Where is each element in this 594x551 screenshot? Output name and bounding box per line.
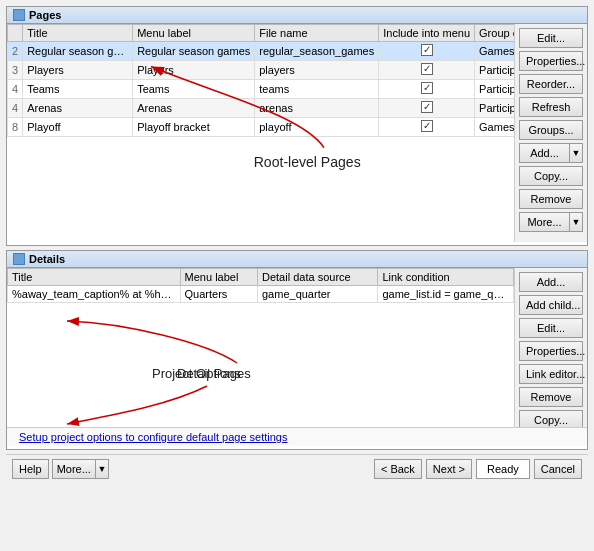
row-menu-label: Regular season games [133,42,255,61]
row-num: 3 [8,61,23,80]
details-button-panel: Add... Add child... Edit... Properties..… [515,268,587,427]
row-num: 8 [8,118,23,137]
row-title: Players [23,61,133,80]
details-icon [13,253,25,265]
bottom-more-arrow-button[interactable]: ▼ [95,459,109,479]
table-row[interactable]: 4 Teams Teams teams Participants [8,80,516,99]
row-include [379,61,475,80]
pages-more-split-button: More... ▼ [519,212,583,232]
details-bottom-bar: Setup project options to configure defau… [7,427,587,446]
col-menu-label: Menu label [133,25,255,42]
details-edit-button[interactable]: Edit... [519,318,583,338]
more-split-button: More... ▼ [52,459,109,479]
details-add-button[interactable]: Add... [519,272,583,292]
col-file-name: File name [255,25,379,42]
cancel-button[interactable]: Cancel [534,459,582,479]
detail-col-menu: Menu label [180,269,257,286]
help-button[interactable]: Help [12,459,49,479]
back-button[interactable]: < Back [374,459,422,479]
detail-col-source: Detail data source [258,269,378,286]
table-row[interactable]: 8 Playoff Playoff bracket playoff Games [8,118,516,137]
pages-copy-button[interactable]: Copy... [519,166,583,186]
row-menu-label: Arenas [133,99,255,118]
detail-row-menu: Quarters [180,286,257,303]
pages-refresh-button[interactable]: Refresh [519,97,583,117]
row-file-name: teams [255,80,379,99]
pages-groups-button[interactable]: Groups... [519,120,583,140]
details-link-editor-button[interactable]: Link editor... [519,364,583,384]
pages-reorder-button[interactable]: Reorder... [519,74,583,94]
details-title-bar: Details [7,251,587,268]
pages-add-button[interactable]: Add... [519,143,569,163]
pages-properties-button[interactable]: Properties... [519,51,583,71]
pages-panel: Pages Title Menu label File name Include… [6,6,588,246]
detail-row-source: game_quarter [258,286,378,303]
pages-table-area: Title Menu label File name Include into … [7,24,515,242]
row-file-name: playoff [255,118,379,137]
main-container: Pages Title Menu label File name Include… [0,0,594,551]
row-include [379,42,475,61]
row-title: Teams [23,80,133,99]
row-group: Games [475,118,515,137]
col-group: Group caption [475,25,515,42]
col-num [8,25,23,42]
row-menu-label: Playoff bracket [133,118,255,137]
svg-text:Detail Pages: Detail Pages [177,366,251,381]
pages-edit-button[interactable]: Edit... [519,28,583,48]
row-group: Participants [475,80,515,99]
bottom-left: Help More... ▼ [12,459,109,479]
pages-more-button[interactable]: More... [519,212,569,232]
row-menu-label: Teams [133,80,255,99]
row-group: Participants [475,99,515,118]
bottom-more-button[interactable]: More... [52,459,95,479]
details-remove-button[interactable]: Remove [519,387,583,407]
pages-button-panel: Edit... Properties... Reorder... Refresh… [515,24,587,242]
bottom-center: < Back Next > Ready Cancel [374,459,582,479]
col-include: Include into menu [379,25,475,42]
pages-add-split-button: Add... ▼ [519,143,583,163]
row-group: Participants [475,61,515,80]
row-include [379,118,475,137]
row-num: 4 [8,80,23,99]
row-num: 2 [8,42,23,61]
details-title: Details [29,253,65,265]
project-options-link[interactable]: Setup project options to configure defau… [13,429,293,445]
details-copy-button[interactable]: Copy... [519,410,583,427]
row-title: Arenas [23,99,133,118]
table-row[interactable]: 4 Arenas Arenas arenas Participants [8,99,516,118]
details-panel-content: Title Menu label Detail data source Link… [7,268,587,446]
table-row[interactable]: 3 Players Players players Participants [8,61,516,80]
pages-remove-button[interactable]: Remove [519,189,583,209]
row-group: Games [475,42,515,61]
pages-title: Pages [29,9,61,21]
table-row[interactable]: %away_team_caption% at %home_team_captio… [8,286,514,303]
pages-icon [13,9,25,21]
pages-table: Title Menu label File name Include into … [7,24,515,137]
detail-col-title: Title [8,269,181,286]
details-add-child-button[interactable]: Add child... [519,295,583,315]
next-button[interactable]: Next > [426,459,472,479]
pages-add-arrow-button[interactable]: ▼ [569,143,583,163]
detail-col-link: Link condition [378,269,514,286]
row-menu-label: Players [133,61,255,80]
row-file-name: arenas [255,99,379,118]
details-annotation-overlay: Detail Pages [7,303,407,403]
detail-row-title: %away_team_caption% at %home_team_captio… [8,286,181,303]
row-include [379,99,475,118]
row-file-name: players [255,61,379,80]
row-include [379,80,475,99]
table-row[interactable]: 2 Regular season games... Regular season… [8,42,516,61]
details-properties-button[interactable]: Properties... [519,341,583,361]
bottom-bar: Help More... ▼ < Back Next > Ready Cance… [6,454,588,483]
row-title: Playoff [23,118,133,137]
row-title: Regular season games... [23,42,133,61]
pages-title-bar: Pages [7,7,587,24]
detail-row-link: game_list.id = game_quarter.g [378,286,514,303]
details-table-area: Title Menu label Detail data source Link… [7,268,515,427]
details-table: Title Menu label Detail data source Link… [7,268,514,303]
row-file-name: regular_season_games [255,42,379,61]
details-panel: Details Title Menu label Detail data sou… [6,250,588,450]
pages-panel-content: Title Menu label File name Include into … [7,24,587,242]
ready-status: Ready [476,459,530,479]
pages-more-arrow-button[interactable]: ▼ [569,212,583,232]
